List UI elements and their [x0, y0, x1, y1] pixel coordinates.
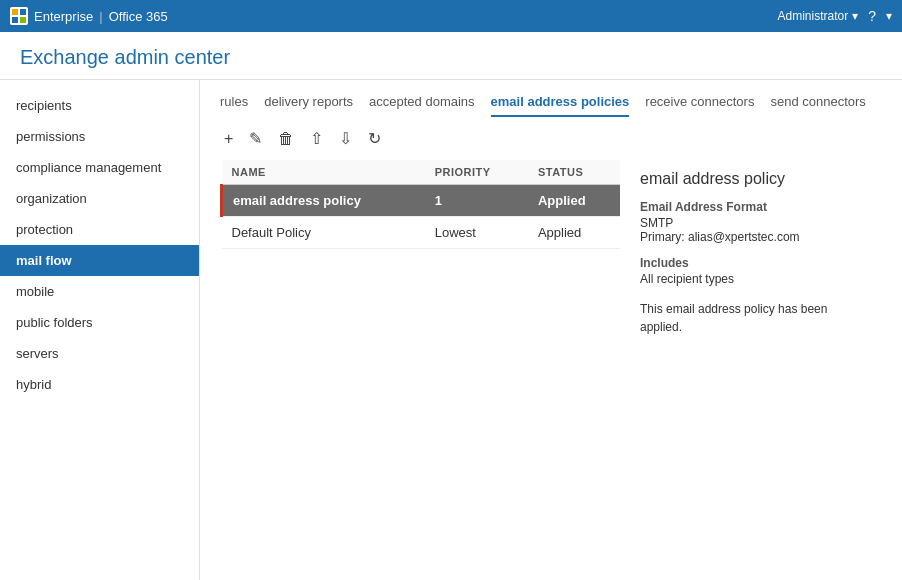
row2-status: Applied: [528, 217, 620, 249]
col-name: NAME: [222, 160, 425, 185]
refresh-button[interactable]: ↻: [364, 127, 385, 150]
sidebar: recipients permissions compliance manage…: [0, 80, 200, 580]
app-name-enterprise[interactable]: Enterprise: [34, 9, 93, 24]
svg-rect-2: [12, 17, 18, 23]
svg-rect-3: [20, 17, 26, 23]
tab-receive-connectors[interactable]: receive connectors: [645, 94, 754, 117]
detail-description: This email address policy has been appli…: [640, 300, 862, 336]
col-priority: PRIORITY: [425, 160, 528, 185]
detail-format-sub: Primary: alias@xpertstec.com: [640, 230, 862, 244]
app-name-office365[interactable]: Office 365: [109, 9, 168, 24]
move-up-button[interactable]: ⇧: [306, 127, 327, 150]
sub-nav-row2: receive connectors send connectors: [645, 94, 866, 117]
row2-priority: Lowest: [425, 217, 528, 249]
admin-label: Administrator: [778, 9, 849, 23]
detail-format-label: Email Address Format: [640, 200, 862, 214]
sidebar-item-protection[interactable]: protection: [0, 214, 199, 245]
move-down-button[interactable]: ⇩: [335, 127, 356, 150]
edit-button[interactable]: ✎: [245, 127, 266, 150]
row1-status: Applied: [528, 185, 620, 217]
sub-nav-row1: rules delivery reports accepted domains …: [220, 94, 629, 117]
topbar-right: Administrator ▾ ? ▾: [778, 8, 892, 24]
detail-format-value: SMTP: [640, 216, 862, 230]
sidebar-item-mobile[interactable]: mobile: [0, 276, 199, 307]
sidebar-item-compliance-management[interactable]: compliance management: [0, 152, 199, 183]
sidebar-item-servers[interactable]: servers: [0, 338, 199, 369]
sidebar-item-hybrid[interactable]: hybrid: [0, 369, 199, 400]
tab-send-connectors[interactable]: send connectors: [770, 94, 865, 117]
page-title: Exchange admin center: [20, 46, 882, 69]
sidebar-item-recipients[interactable]: recipients: [0, 90, 199, 121]
chevron-down-icon: ▾: [852, 9, 858, 23]
topbar: Enterprise | Office 365 Administrator ▾ …: [0, 0, 902, 32]
topbar-left: Enterprise | Office 365: [10, 7, 168, 25]
sidebar-item-permissions[interactable]: permissions: [0, 121, 199, 152]
policies-table: NAME PRIORITY STATUS email address polic…: [220, 160, 620, 249]
sub-nav: rules delivery reports accepted domains …: [200, 80, 902, 117]
page-header: Exchange admin center: [0, 32, 902, 80]
table-row[interactable]: Default Policy Lowest Applied: [222, 217, 621, 249]
table-header: NAME PRIORITY STATUS: [222, 160, 621, 185]
table-body: email address policy 1 Applied Default P…: [222, 185, 621, 249]
admin-menu[interactable]: Administrator ▾: [778, 9, 859, 23]
row1-priority: 1: [425, 185, 528, 217]
detail-panel: email address policy Email Address Forma…: [620, 160, 882, 580]
main-content: rules delivery reports accepted domains …: [200, 80, 902, 580]
toolbar: + ✎ 🗑 ⇧ ⇩ ↻: [200, 117, 902, 160]
tab-email-address-policies[interactable]: email address policies: [491, 94, 630, 117]
page: Exchange admin center recipients permiss…: [0, 32, 902, 580]
col-status: STATUS: [528, 160, 620, 185]
content-area: recipients permissions compliance manage…: [0, 80, 902, 580]
help-chevron-icon: ▾: [886, 9, 892, 23]
detail-title: email address policy: [640, 170, 862, 188]
tab-rules[interactable]: rules: [220, 94, 248, 117]
sidebar-item-organization[interactable]: organization: [0, 183, 199, 214]
svg-rect-0: [12, 9, 18, 15]
add-button[interactable]: +: [220, 128, 237, 150]
delete-button[interactable]: 🗑: [274, 128, 298, 150]
svg-rect-1: [20, 9, 26, 15]
topbar-separator: |: [99, 9, 102, 24]
table-container: NAME PRIORITY STATUS email address polic…: [200, 160, 902, 580]
app-logo: [10, 7, 28, 25]
table-row[interactable]: email address policy 1 Applied: [222, 185, 621, 217]
tab-delivery-reports[interactable]: delivery reports: [264, 94, 353, 117]
sidebar-item-mail-flow[interactable]: mail flow: [0, 245, 199, 276]
sidebar-item-public-folders[interactable]: public folders: [0, 307, 199, 338]
row1-name: email address policy: [222, 185, 425, 217]
help-button[interactable]: ?: [868, 8, 876, 24]
detail-includes-label: Includes: [640, 256, 862, 270]
row2-name: Default Policy: [222, 217, 425, 249]
tab-accepted-domains[interactable]: accepted domains: [369, 94, 475, 117]
detail-includes-value: All recipient types: [640, 272, 862, 286]
